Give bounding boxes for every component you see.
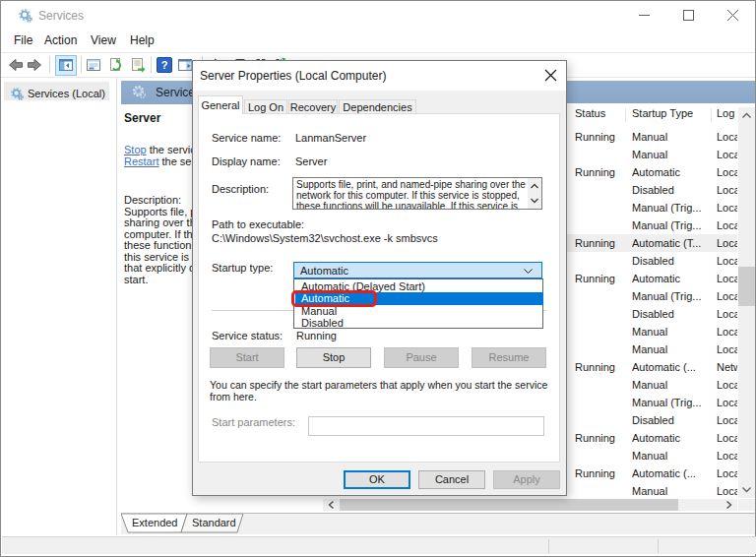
maximize-button[interactable] [666,1,711,30]
cell-status: Running [575,464,622,482]
tab-dependencies[interactable]: Dependencies [339,99,416,114]
menu-help[interactable]: Help [130,33,155,47]
stop-service-line: Stop the service [124,144,202,155]
column-separator [711,108,712,122]
cell-log-on-as: Local Syste [717,482,737,500]
forward-icon[interactable] [27,57,42,73]
cell-log-on-as: Local Syste [717,234,737,252]
cell-startup-type: Manual [632,376,710,394]
statusbar-separator [548,539,549,553]
tab-general[interactable]: General [198,95,243,114]
toolbar-separator [81,56,82,73]
properties-icon[interactable] [86,57,101,73]
cell-log-on-as: Network S [717,358,737,376]
pause-button[interactable]: Pause [384,347,459,368]
console-tree-pane: Services (Local) [2,78,116,535]
path-label: Path to executable: [212,218,304,230]
option-disabled[interactable]: Disabled [295,317,543,329]
scroll-down-icon[interactable] [738,482,755,496]
start-parameters-input[interactable] [308,416,544,436]
cell-log-on-as: Local Syste [717,323,737,340]
scroll-up-icon[interactable] [738,109,755,123]
list-horizontal-scrollbar[interactable] [323,499,737,511]
dialog-title: Server Properties (Local Computer) [200,69,386,83]
column-header-status[interactable]: Status [575,107,629,119]
cancel-button[interactable]: Cancel [418,470,485,489]
list-vertical-scrollbar[interactable] [738,107,755,498]
service-name-value: LanmanServer [295,132,366,144]
cell-status: Running [575,270,622,287]
description-line: these functions will be unavailable. If … [296,201,527,210]
cell-log-on-as: Local Syste [717,394,737,411]
resume-button[interactable]: Resume [472,347,546,368]
toolbar-separator [151,56,152,73]
cell-log-on-as: Local Syste [717,252,737,270]
cell-startup-type: Manual [632,482,710,500]
cell-startup-type: Disabled [632,181,710,199]
restart-service-link[interactable]: Restart [124,155,158,167]
description-scrollbar[interactable] [528,178,541,209]
export-list-icon[interactable] [130,57,146,73]
dialog-close-icon[interactable] [536,61,566,91]
cell-startup-type: Manual [632,146,710,163]
chevron-down-icon [524,269,533,274]
tab-log-on[interactable]: Log On [244,99,287,114]
help-icon[interactable]: ? [157,57,172,73]
cell-status: Running [575,358,622,376]
tab-standard[interactable]: Standard [192,517,236,528]
cell-log-on-as: Local Syste [717,146,737,163]
cell-status: Running [575,163,622,181]
refresh-icon[interactable] [108,57,124,73]
tab-recovery[interactable]: Recovery [288,99,338,114]
description-line: network for this computer. If this servi… [296,190,527,201]
show-console-tree-icon[interactable] [55,55,77,76]
services-app-icon [18,8,33,24]
tree-item-services-local[interactable]: Services (Local) [4,82,109,100]
close-button[interactable] [711,1,755,30]
start-parameters-label: Start parameters: [212,416,295,428]
show-action-pane-icon[interactable] [177,57,193,73]
cell-log-on-as: Local Syste [717,181,737,199]
startup-type-combobox[interactable]: Automatic [293,262,542,278]
cell-startup-type: Automatic (... [632,464,710,482]
description-label: Description: [212,183,269,195]
scrollbar-thumb[interactable] [738,267,755,306]
stop-button[interactable]: Stop [296,347,371,368]
apply-button[interactable]: Apply [493,470,560,489]
startup-type-label: Startup type: [212,262,273,274]
cell-startup-type: Manual (Trig... [632,199,710,217]
window-titlebar: Services [1,1,755,30]
column-header-startup-type[interactable]: Startup Type [632,107,721,119]
selected-service-title: Server [124,111,160,125]
start-button[interactable]: Start [210,347,284,368]
column-separator [625,108,626,122]
cell-log-on-as: Local Syste [717,163,737,181]
service-name-label: Service name: [212,132,281,144]
dialog-titlebar: Server Properties (Local Computer) [193,61,566,91]
note-line: You can specify the start parameters tha… [210,379,547,391]
tab-extended[interactable]: Extended [132,517,177,528]
toolbar-separator [49,56,50,73]
column-header-log-on-as[interactable]: Log On As [717,107,737,119]
red-annotation-box [291,290,377,307]
cell-log-on-as: Local Syste [717,305,737,323]
pane-splitter[interactable] [116,78,117,535]
cell-log-on-as: Local Syste [717,411,737,429]
cell-status: Running [575,429,622,447]
scroll-right-icon[interactable] [722,499,735,511]
minimize-button[interactable] [621,1,665,30]
scroll-left-icon[interactable] [325,499,339,511]
ok-button[interactable]: OK [344,470,410,489]
menu-view[interactable]: View [91,33,116,47]
stop-service-link[interactable]: Stop [124,144,147,155]
cell-log-on-as: Local Syste [717,199,737,217]
back-icon[interactable] [8,57,24,73]
description-textbox[interactable]: Supports file, print, and named-pipe sha… [292,177,542,210]
cell-log-on-as: Local Syste [717,464,737,482]
service-status-label: Service status: [212,330,283,341]
scrollbar-thumb[interactable] [340,499,678,511]
menu-action[interactable]: Action [44,33,77,47]
cell-startup-type: Disabled [632,411,710,429]
cell-startup-type: Manual [632,323,710,340]
menu-file[interactable]: File [14,33,32,47]
